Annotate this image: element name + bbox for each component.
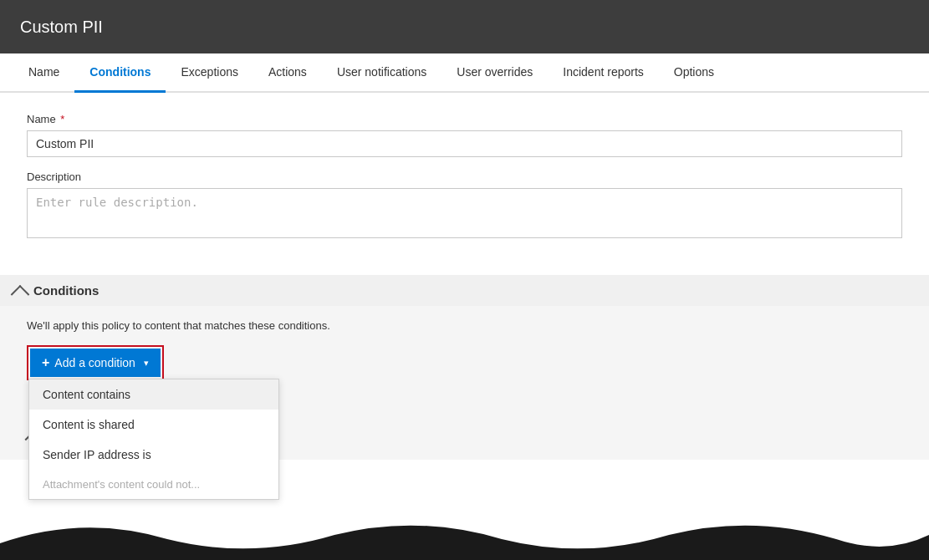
nav-tabs: Name Conditions Exceptions Actions User … — [0, 53, 929, 93]
conditions-description: We'll apply this policy to content that … — [27, 319, 902, 332]
add-condition-button[interactable]: + Add a condition ▾ — [30, 349, 161, 377]
dropdown-item-content-contains[interactable]: Content contains — [29, 379, 278, 410]
dropdown-item-attachment-content[interactable]: Attachment's content could not... — [29, 470, 278, 499]
description-label: Description — [27, 171, 902, 183]
tab-name[interactable]: Name — [13, 53, 74, 93]
add-condition-label: Add a condition — [54, 356, 135, 369]
dropdown-item-sender-ip[interactable]: Sender IP address is — [29, 440, 278, 470]
dropdown-item-content-shared[interactable]: Content is shared — [29, 410, 278, 440]
wave-svg — [0, 510, 929, 560]
required-indicator: * — [58, 113, 65, 125]
tab-user-notifications[interactable]: User notifications — [322, 53, 442, 93]
dropdown-arrow-icon: ▾ — [144, 358, 149, 369]
conditions-section-header[interactable]: Conditions — [0, 275, 929, 306]
description-field-group: Description Enter rule description. — [27, 171, 902, 242]
name-label: Name * — [27, 113, 902, 125]
plus-icon: + — [42, 355, 49, 370]
title-bar: Custom PII — [0, 0, 929, 53]
tab-actions[interactable]: Actions — [253, 53, 322, 93]
description-input[interactable]: Enter rule description. — [27, 188, 902, 238]
tab-incident-reports[interactable]: Incident reports — [548, 53, 659, 93]
conditions-section: Conditions We'll apply this policy to co… — [0, 275, 929, 460]
name-field-group: Name * — [27, 113, 902, 157]
conditions-title: Conditions — [33, 283, 99, 298]
main-content: Name * Description Enter rule descriptio… — [0, 93, 929, 275]
collapse-icon — [11, 284, 30, 303]
name-input[interactable] — [27, 130, 902, 157]
dropdown-container: + Add a condition ▾ Content contains Con… — [27, 345, 164, 380]
page-title: Custom PII — [20, 18, 103, 37]
tab-exceptions[interactable]: Exceptions — [166, 53, 253, 93]
wave-footer — [0, 510, 929, 560]
tab-user-overrides[interactable]: User overrides — [442, 53, 548, 93]
tab-options[interactable]: Options — [659, 53, 729, 93]
tab-conditions[interactable]: Conditions — [74, 53, 166, 93]
add-condition-wrapper: + Add a condition ▾ Content contains Con… — [27, 345, 164, 380]
condition-dropdown-menu: Content contains Content is shared Sende… — [28, 379, 279, 500]
conditions-body: We'll apply this policy to content that … — [0, 306, 929, 460]
